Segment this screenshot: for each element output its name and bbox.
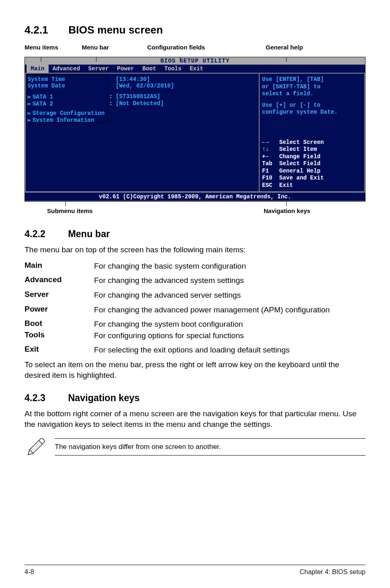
callout-submenu-items: Submenu items [47,207,93,214]
field-system-date-label[interactable]: System Date [27,83,109,89]
table-row: Tools For configuring options for specia… [25,330,365,341]
table-row: Exit For selecting the exit options and … [25,345,365,355]
field-sata2-value[interactable]: [Not Detected] [116,100,164,107]
bios-help-pane: Use [ENTER], [TAB] or [SHIFT-TAB] to sel… [259,73,365,192]
bios-footer: v02.61 (C)Copyright 1985-2009, American … [25,192,365,201]
callout-nav-keys: Navigation keys [264,207,310,214]
field-sata2-label[interactable]: ▶SATA 2 [27,100,109,107]
def-exit: For selecting the exit options and loadi… [94,345,365,355]
s422-outro: To select an item on the menu bar, press… [25,359,365,380]
bios-menu-exit[interactable]: Exit [186,65,208,73]
table-row: Power For changing the advanced power ma… [25,305,365,315]
table-row: Main For changing the basic system confi… [25,261,365,272]
page-chapter: Chapter 4: BIOS setup [300,568,365,576]
term-main: Main [25,261,94,272]
bios-menu-tools[interactable]: Tools [160,65,186,73]
def-advanced: For changing the advanced system setting… [94,275,365,286]
field-system-time-value[interactable]: [13:44:30] [116,76,150,83]
field-sata1-value[interactable]: [ST3160812AS] [116,93,160,100]
note-block: The navigation keys differ from one scre… [25,435,365,458]
submenu-storage[interactable]: ▶Storage Configuration [27,110,257,117]
s423-body: At the bottom right corner of a menu scr… [25,408,365,429]
def-boot: For changing the system boot configurati… [94,319,365,330]
table-row: Advanced For changing the advanced syste… [25,275,365,286]
callout-row-bottom: Submenu items Navigation keys [25,202,365,216]
menu-bar-description-table: Main For changing the basic system confi… [25,261,365,355]
table-row: Server For changing the advanced server … [25,290,365,301]
heading-422-title: Menu bar [68,229,110,239]
heading-421: 4.2.1 BIOS menu screen [25,24,365,36]
bios-menu-advanced[interactable]: Advanced [49,65,84,73]
bios-menu-server[interactable]: Server [84,65,113,73]
heading-423-title: Navigation keys [68,393,139,403]
def-main: For changing the basic system configurat… [94,261,365,272]
def-power: For changing the advanced power manageme… [94,305,365,315]
def-tools: For configuring options for special func… [94,330,365,341]
field-sata1-label[interactable]: ▶SATA 1 [27,93,109,100]
heading-422: 4.2.2 Menu bar [25,229,365,240]
term-tools: Tools [25,330,94,341]
callout-menu-items: Menu items [25,44,58,51]
bios-title: BIOS SETUP UTILITY [25,57,365,65]
s422-intro: The menu bar on top of the screen has th… [25,245,365,255]
callout-row-top: Menu items Menu bar Configuration fields… [25,44,365,57]
heading-422-num: 4.2.2 [25,229,65,240]
field-system-date-value[interactable]: [Wed, 02/03/2010] [116,83,174,89]
bios-screen: BIOS SETUP UTILITY Main Advanced Server … [25,57,365,202]
note-text: The navigation keys differ from one scre… [55,438,365,456]
term-exit: Exit [25,345,94,355]
term-server: Server [25,290,94,301]
callout-menu-bar: Menu bar [82,44,109,51]
heading-421-num: 4.2.1 [25,24,65,36]
term-advanced: Advanced [25,275,94,286]
field-system-time-label[interactable]: System Time [27,76,109,83]
bios-navkeys: ←→ Select Screen ↑↓ Select Item +- Chang… [262,139,362,189]
term-boot: Boot [25,319,94,330]
bios-menu-boot[interactable]: Boot [138,65,160,73]
bios-menu-main[interactable]: Main [27,65,49,73]
page-number: 4-8 [25,568,34,576]
bios-help-text: Use [ENTER], [TAB] or [SHIFT-TAB] to sel… [262,76,362,116]
page-footer: 4-8 Chapter 4: BIOS setup [25,565,365,576]
heading-421-title: BIOS menu screen [68,24,163,36]
table-row: Boot For changing the system boot config… [25,319,365,330]
bios-menu-power[interactable]: Power [113,65,138,73]
submenu-sysinfo[interactable]: ▶System Information [27,117,257,123]
bios-left-pane: System Time [13:44:30] System Date [Wed,… [25,73,259,192]
term-power: Power [25,305,94,315]
bios-menubar: Main Advanced Server Power Boot Tools Ex… [25,65,365,73]
callout-config-fields: Configuration fields [147,44,205,51]
pencil-icon [25,435,47,458]
heading-423: 4.2.3 Navigation keys [25,393,365,404]
callout-general-help: General help [266,44,303,51]
heading-423-num: 4.2.3 [25,393,65,404]
def-server: For changing the advanced server setting… [94,290,365,301]
